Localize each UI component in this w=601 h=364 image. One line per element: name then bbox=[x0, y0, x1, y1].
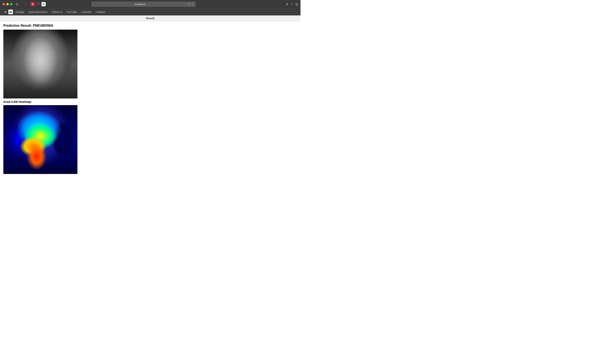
bookmark-il-meteo[interactable]: Il Meteo bbox=[94, 10, 107, 14]
grid-icon[interactable]: ⊞ bbox=[295, 2, 298, 6]
address-bar[interactable]: localhost ⊡ ↻ bbox=[91, 1, 196, 7]
bookmark-youtube[interactable]: YouTube bbox=[65, 10, 79, 14]
shield-icon[interactable]: 🛡 bbox=[37, 2, 40, 6]
heatmap-image-container bbox=[3, 105, 77, 174]
gmail-icon[interactable] bbox=[8, 10, 13, 14]
traffic-lights bbox=[2, 3, 12, 5]
titlebar: ⊞ ‹ › Z 🛡 N localhost ⊡ ↻ ⬆ + ⊞ bbox=[0, 0, 300, 8]
nav-arrows: ‹ › bbox=[21, 2, 27, 7]
bookmark-linkedin[interactable]: LinkedIn bbox=[80, 10, 93, 14]
page-content: Prediction Result: PNEUMONIA Grad-CAM He… bbox=[0, 21, 300, 178]
apps-icon[interactable]: ⊞ bbox=[3, 10, 8, 14]
zotero-icon[interactable]: Z bbox=[31, 2, 35, 6]
prediction-result: Prediction Result: PNEUMONIA bbox=[3, 24, 297, 28]
close-button[interactable] bbox=[2, 3, 5, 5]
xray-image-container bbox=[3, 30, 77, 98]
heatmap-image bbox=[3, 105, 77, 174]
back-button[interactable]: ‹ bbox=[21, 2, 24, 7]
maximize-button[interactable] bbox=[10, 3, 12, 5]
bookmark-google[interactable]: Google bbox=[14, 10, 26, 14]
minimize-button[interactable] bbox=[6, 3, 9, 5]
bookmark-python[interactable]: Python ▾ bbox=[50, 10, 64, 14]
xray-image bbox=[3, 30, 77, 98]
reload-icon[interactable]: ↻ bbox=[191, 3, 194, 6]
result-tab[interactable]: Result bbox=[143, 16, 158, 21]
sidebar-toggle[interactable]: ⊞ bbox=[16, 2, 18, 6]
forward-button[interactable]: › bbox=[24, 2, 27, 7]
share-icon[interactable]: ⬆ bbox=[286, 2, 288, 6]
url-display: localhost bbox=[93, 3, 186, 6]
heatmap-label: Grad-CAM Heatmap: bbox=[3, 100, 297, 103]
chevron-down-icon: ▾ bbox=[61, 10, 62, 14]
bookmarks-bar: ⊞ Google CyberSecurity ▾ Python ▾ YouTub… bbox=[0, 8, 300, 15]
titlebar-right: ⬆ + ⊞ bbox=[286, 2, 298, 6]
address-icons: ⊡ ↻ bbox=[188, 3, 194, 6]
reader-icon[interactable]: ⊡ bbox=[188, 3, 190, 6]
notion-icon[interactable]: N bbox=[41, 2, 46, 6]
tab-bar: Result bbox=[0, 15, 300, 21]
bookmark-cybersecurity[interactable]: CyberSecurity ▾ bbox=[27, 10, 49, 14]
new-tab-icon[interactable]: + bbox=[291, 2, 293, 6]
chevron-down-icon: ▾ bbox=[46, 10, 48, 14]
gmail-logo-icon bbox=[9, 11, 12, 13]
